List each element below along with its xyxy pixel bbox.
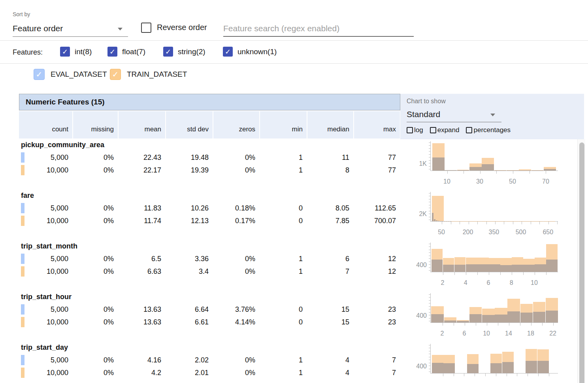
stat-value-std-dev: 6.61 <box>166 318 213 326</box>
x-axis-tick-label: 2 <box>441 330 444 337</box>
stat-value-zeros: 0% <box>213 166 259 174</box>
plot-area <box>430 344 558 374</box>
eval-histogram-bar <box>507 311 520 323</box>
stats-row-eval_dataset: 5,0000%13.636.643.76%01523 <box>19 303 400 316</box>
stat-value-missing: 0% <box>73 267 118 276</box>
stat-value-zeros: 3.76% <box>213 305 259 314</box>
sort-by-select[interactable]: Feature order <box>13 22 128 37</box>
column-header-zeros: zeros <box>213 111 259 138</box>
y-axis-label: 2K <box>407 210 427 218</box>
chart-option-percentages[interactable]: percentages <box>466 126 511 134</box>
stat-value-mean: 22.43 <box>119 154 165 162</box>
column-header-min: min <box>260 111 307 138</box>
stats-row-train_dataset: 10,0000%13.636.614.14%01523 <box>19 316 400 328</box>
eval-histogram-bar <box>469 314 482 322</box>
toolbar: Sort by Feature order Reverse order Feat… <box>0 0 588 41</box>
x-axis-tick-label: 22 <box>549 330 556 337</box>
feature-search-input[interactable]: Feature search (regex enabled) <box>223 22 414 37</box>
stat-value-missing: 0% <box>73 369 118 377</box>
eval-histogram-bar <box>432 260 443 272</box>
chart-option-label: expand <box>437 126 460 134</box>
eval-histogram-bar <box>454 265 466 272</box>
y-axis-label: 400 <box>407 363 427 370</box>
stat-value-count: 10,000 <box>19 217 72 225</box>
stat-value-zeros: 0% <box>213 267 259 276</box>
stat-value-mean: 4.16 <box>119 356 165 364</box>
chart-option-log[interactable]: log <box>407 126 423 134</box>
stat-value-missing: 0% <box>73 154 118 162</box>
feature-block: trip_start_day5,0000%4.162.020%14710,000… <box>19 342 400 383</box>
eval-histogram-bar <box>432 363 443 373</box>
stats-row-train_dataset: 10,0000%11.7412.130.17%07.85700.07 <box>19 214 400 227</box>
stat-value-min: 0 <box>260 204 307 212</box>
stat-value-median: 15 <box>307 318 353 326</box>
chart-to-show-label: Chart to show <box>407 98 446 105</box>
eval-histogram-bar <box>495 315 507 322</box>
dataset-toggle-eval_dataset[interactable]: ✓EVAL_DATASET <box>34 69 107 80</box>
stat-value-missing: 0% <box>73 356 118 364</box>
column-header-mean: mean <box>119 111 165 138</box>
x-axis-tick-label: 10 <box>531 279 538 286</box>
feature-type-checkbox-int[interactable]: ✓int(8) <box>60 47 92 57</box>
stat-value-median: 4 <box>307 369 353 377</box>
features-label: Features: <box>13 48 43 57</box>
stat-value-missing: 0% <box>73 318 118 326</box>
feature-type-checkbox-string[interactable]: ✓string(2) <box>163 47 205 57</box>
stat-value-mean: 13.63 <box>119 318 165 326</box>
numeric-features-title: Numeric Features (15) <box>26 98 105 106</box>
numeric-features-header: Numeric Features (15) <box>19 94 400 110</box>
y-axis-label: 400 <box>407 312 427 319</box>
dataset-color-swatch <box>21 304 24 315</box>
checkbox-unchecked-icon <box>466 127 472 133</box>
eval-histogram-bar <box>432 213 434 221</box>
dataset-toggle-train_dataset[interactable]: ✓TRAIN_DATASET <box>110 69 187 80</box>
chart-type-select[interactable]: Standard <box>407 108 501 122</box>
eval-histogram-bar <box>434 219 436 221</box>
stat-value-std-dev: 6.64 <box>166 305 213 314</box>
eval-histogram-bar <box>520 313 533 322</box>
stat-value-median: 7 <box>307 267 353 276</box>
plot-area <box>430 243 558 272</box>
eval-histogram-bar <box>443 363 455 373</box>
feature-block: trip_start_hour5,0000%13.636.643.76%0152… <box>19 291 400 342</box>
feature-type-label: string(2) <box>178 47 205 56</box>
stat-value-max: 7 <box>354 369 400 377</box>
plot-area <box>430 192 558 222</box>
stat-value-count: 5,000 <box>19 154 72 162</box>
eval-histogram-bar <box>490 363 502 374</box>
stat-value-max: 23 <box>354 318 400 326</box>
feature-block: trip_start_month5,0000%6.53.360%161210,0… <box>19 241 400 291</box>
eval-histogram-bar <box>544 169 556 171</box>
chart-type-value: Standard <box>407 110 440 119</box>
stat-value-max: 700.07 <box>354 217 400 225</box>
feature-type-checkbox-unknown[interactable]: ✓unknown(1) <box>223 47 277 57</box>
stat-value-max: 77 <box>354 154 400 162</box>
feature-type-label: unknown(1) <box>237 47 277 56</box>
sort-by-value: Feature order <box>13 24 63 33</box>
stat-value-std-dev: 2.01 <box>166 369 213 377</box>
checkbox-checked-icon: ✓ <box>60 47 70 57</box>
stat-value-mean: 6.63 <box>119 267 165 276</box>
reverse-order-checkbox[interactable] <box>141 23 151 33</box>
chart-option-label: log <box>414 126 423 134</box>
eval-histogram-bar <box>477 264 489 272</box>
feature-block: pickup_community_area5,0000%22.4319.480%… <box>19 139 400 190</box>
stat-value-count: 5,000 <box>19 305 72 314</box>
eval-histogram-bar <box>467 364 479 373</box>
eval-histogram-bar <box>537 361 549 373</box>
stat-value-min: 1 <box>260 369 307 377</box>
x-axis-tick-label: 500 <box>516 229 526 236</box>
scrollbar-thumb[interactable] <box>579 142 584 383</box>
stat-value-missing: 0% <box>73 166 118 174</box>
vertical-scrollbar[interactable] <box>577 139 585 383</box>
feature-type-checkbox-float[interactable]: ✓float(7) <box>107 47 145 57</box>
x-axis-tick-label: 4 <box>464 279 467 286</box>
stat-value-max: 7 <box>354 356 400 364</box>
eval-histogram-bar <box>500 265 512 272</box>
stat-value-min: 1 <box>260 154 307 162</box>
stat-value-zeros: 0% <box>213 369 259 377</box>
eval-histogram-bar <box>457 321 469 322</box>
dataset-color-swatch <box>21 152 24 163</box>
feature-charts: 1K103050702K5020035050065040024681040026… <box>407 139 573 383</box>
chart-option-expand[interactable]: expand <box>430 126 460 134</box>
